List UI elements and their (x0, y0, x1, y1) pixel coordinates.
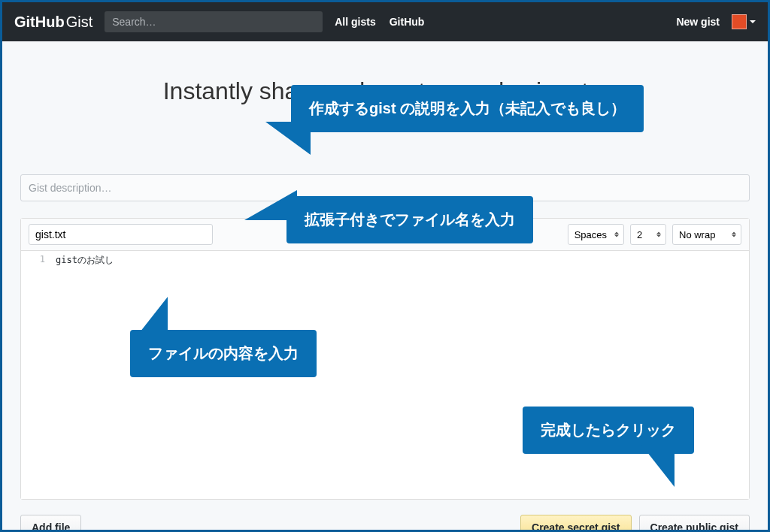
indent-mode-select[interactable]: Spaces (568, 224, 624, 245)
callout-tail-icon (244, 190, 297, 220)
create-public-gist-button[interactable]: Create public gist (639, 515, 750, 532)
logo-gist: Gist (66, 14, 93, 31)
caret-down-icon (750, 20, 756, 23)
indent-mode-label: Spaces (574, 229, 607, 240)
callout-content: ファイルの内容を入力 (130, 330, 317, 377)
callout-filename: 拡張子付きでファイル名を入力 (286, 196, 533, 243)
line-number: 1 (21, 254, 45, 264)
avatar-icon (732, 14, 747, 29)
create-secret-gist-button[interactable]: Create secret gist (520, 515, 632, 532)
nav-links: All gists GitHub (335, 16, 424, 28)
callout-tail-icon (135, 297, 168, 339)
wrap-mode-label: No wrap (679, 229, 715, 240)
callout-tail-icon (265, 122, 311, 155)
logo-github: GitHub (14, 14, 65, 31)
top-nav: GitHub Gist All gists GitHub New gist (2, 2, 768, 41)
line-gutter: 1 (21, 251, 51, 499)
callout-tail-icon (641, 445, 675, 487)
nav-github[interactable]: GitHub (390, 16, 425, 28)
updown-icon (732, 232, 736, 237)
github-gist-logo[interactable]: GitHub Gist (14, 14, 92, 31)
callout-text: 完成したらクリック (541, 422, 676, 438)
new-gist-link[interactable]: New gist (676, 16, 720, 28)
search-input[interactable] (105, 11, 323, 32)
filename-input[interactable] (29, 224, 213, 245)
callout-text: ファイルの内容を入力 (148, 345, 299, 361)
callout-submit: 完成したらクリック (523, 407, 694, 454)
indent-size-select[interactable]: 2 (630, 224, 666, 245)
user-menu[interactable] (732, 14, 756, 29)
callout-description: 作成するgist の説明を入力（未記入でも良し） (291, 85, 644, 132)
add-file-button[interactable]: Add file (20, 515, 81, 532)
indent-size-label: 2 (637, 229, 642, 240)
nav-all-gists[interactable]: All gists (335, 16, 375, 28)
form-actions: Add file Create secret gist Create publi… (20, 515, 750, 532)
updown-icon (614, 232, 619, 237)
callout-text: 拡張子付きでファイル名を入力 (305, 211, 515, 228)
callout-text: 作成するgist の説明を入力（未記入でも良し） (309, 100, 626, 116)
updown-icon (656, 232, 661, 237)
wrap-mode-select[interactable]: No wrap (672, 224, 741, 245)
